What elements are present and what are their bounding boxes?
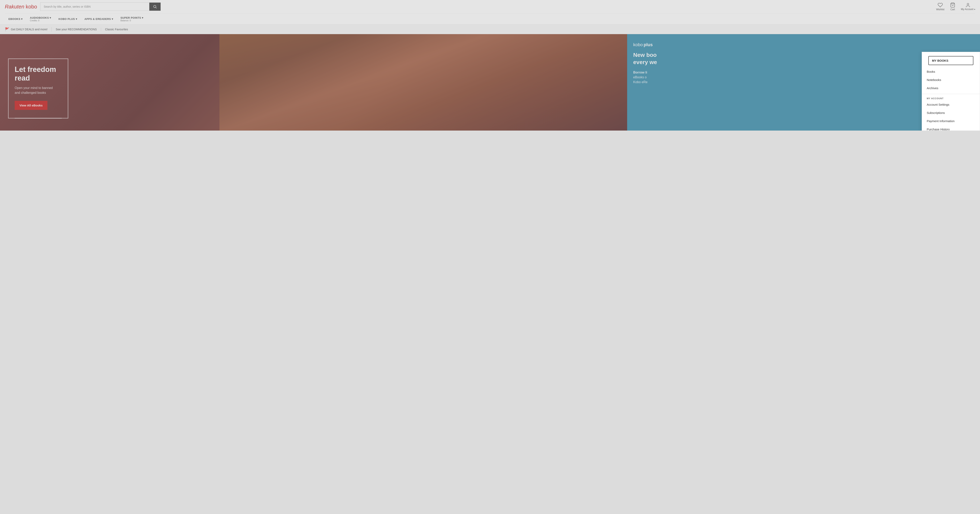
cart-button[interactable]: Cart bbox=[950, 2, 955, 11]
search-container bbox=[40, 2, 161, 11]
hero-section: Let freedom read Open your mind to banne… bbox=[0, 34, 627, 130]
hero-subtitle: Open your mind to banned and challenged … bbox=[15, 86, 62, 95]
dropdown-menu: MY BOOKS Books Notebooks Archives MY ACC… bbox=[922, 52, 980, 130]
svg-point-0 bbox=[154, 5, 156, 8]
logo-text: Rakuten kobo bbox=[5, 4, 37, 10]
nav-item-ebooks[interactable]: eBOOKS ▾ bbox=[5, 15, 26, 23]
dropdown-archives[interactable]: Archives bbox=[922, 84, 980, 92]
logo[interactable]: Rakuten kobo bbox=[5, 4, 37, 10]
hero-title: Let freedom read bbox=[15, 65, 62, 82]
account-icon bbox=[965, 3, 970, 8]
header: Rakuten kobo Wishlist bbox=[0, 0, 980, 25]
hero-cta-button[interactable]: View All eBooks bbox=[15, 101, 48, 110]
nav-item-apps[interactable]: APPS & eREADERS ▾ bbox=[81, 15, 117, 23]
search-input[interactable] bbox=[40, 3, 149, 11]
nav-item-superpoints[interactable]: SUPER POINTS ▾ Balance: 0 bbox=[117, 13, 147, 24]
hero-border-box: Let freedom read Open your mind to banne… bbox=[8, 59, 68, 119]
chevron-down-icon: ▾ bbox=[974, 8, 975, 10]
promo-classics[interactable]: Classic Favourites bbox=[101, 28, 132, 31]
dropdown-my-account-label: MY ACCOUNT bbox=[922, 95, 980, 100]
audiobooks-credits: Credits: 0 bbox=[30, 19, 51, 22]
dropdown-books[interactable]: Books bbox=[922, 68, 980, 76]
flag-icon: 🚩 bbox=[5, 27, 9, 32]
kobo-brand-word: kobo bbox=[633, 42, 643, 48]
superpoints-balance: Balance: 0 bbox=[120, 19, 143, 22]
nav-item-koboplus[interactable]: KOBO PLUS ▾ bbox=[55, 15, 81, 23]
dropdown-my-books-active[interactable]: MY BOOKS bbox=[928, 56, 974, 65]
cart-icon bbox=[950, 2, 955, 8]
dropdown-purchase-history[interactable]: Purchase History bbox=[922, 125, 980, 130]
heart-icon bbox=[938, 2, 943, 8]
dropdown-subscriptions[interactable]: Subscriptions bbox=[922, 109, 980, 117]
promo-recommendations[interactable]: See your RECOMMENDATIONS bbox=[52, 28, 101, 31]
kobo-plus-word: plus bbox=[644, 42, 653, 48]
dropdown-account-settings[interactable]: Account Settings bbox=[922, 100, 980, 109]
search-icon bbox=[153, 5, 157, 9]
svg-point-3 bbox=[967, 3, 969, 5]
header-icons: Wishlist Cart My Account ▾ bbox=[936, 2, 975, 11]
hero-books-visual bbox=[220, 34, 627, 130]
nav-item-audiobooks[interactable]: AUDIOBOOKS ▾ Credits: 0 bbox=[26, 13, 55, 24]
svg-line-1 bbox=[156, 8, 157, 8]
dropdown-notebooks[interactable]: Notebooks bbox=[922, 76, 980, 84]
main-nav: eBOOKS ▾ AUDIOBOOKS ▾ Credits: 0 KOBO PL… bbox=[5, 13, 975, 24]
wishlist-button[interactable]: Wishlist bbox=[936, 2, 945, 11]
kobo-plus-badge: kobo plus bbox=[633, 42, 974, 48]
promo-deals[interactable]: 🚩 Get DAILY DEALS and more! bbox=[5, 27, 52, 32]
my-account-button[interactable]: My Account ▾ bbox=[961, 3, 975, 11]
dropdown-payment-info[interactable]: Payment Information bbox=[922, 117, 980, 125]
wishlist-label: Wishlist bbox=[936, 8, 945, 11]
cart-label: Cart bbox=[950, 8, 955, 11]
hero-content: Let freedom read Open your mind to banne… bbox=[0, 46, 76, 130]
promo-bar: 🚩 Get DAILY DEALS and more! See your REC… bbox=[0, 25, 980, 34]
main-content: Let freedom read Open your mind to banne… bbox=[0, 34, 980, 130]
search-button[interactable] bbox=[149, 3, 161, 11]
my-account-label: My Account ▾ bbox=[961, 8, 975, 11]
